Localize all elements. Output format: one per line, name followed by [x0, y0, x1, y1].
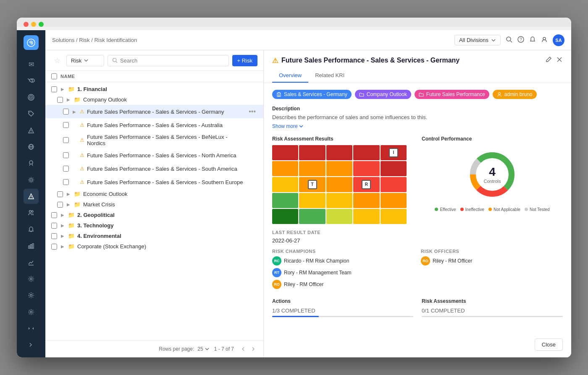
tree-item-market-crisis[interactable]: ▶ 📁 Market Crisis: [45, 199, 263, 210]
show-more-button[interactable]: Show more: [272, 123, 563, 129]
checkbox-southern-europe[interactable]: [63, 179, 69, 185]
sidebar-icon-bell[interactable]: [24, 222, 39, 237]
expand-technology[interactable]: ▶: [60, 223, 66, 229]
filter-select[interactable]: Risk: [66, 55, 104, 66]
minimize-dot[interactable]: [31, 22, 36, 27]
tag-sales-services[interactable]: Sales & Services - Germany: [272, 90, 352, 99]
edit-button[interactable]: [545, 56, 552, 65]
sidebar-icon-settings1[interactable]: [24, 172, 39, 187]
tree-item-economic-outlook[interactable]: ▶ 📁 Economic Outlook: [45, 189, 263, 199]
sidebar-icon-expand[interactable]: [24, 338, 39, 352]
checkbox-corporate[interactable]: [51, 244, 57, 250]
actions-progress-link[interactable]: 1/3 COMPLETED: [272, 307, 315, 314]
tree-item-environmental[interactable]: ▶ 📁 4. Environmental: [45, 231, 263, 241]
tree-item-southern-europe[interactable]: ▶ ⚠ Future Sales Performance - Sales & S…: [45, 175, 263, 189]
user-icon[interactable]: [541, 36, 548, 44]
search-input[interactable]: [120, 57, 224, 64]
tree-item-corporate[interactable]: ▶ 📁 Corporate (Stock Exchange): [45, 241, 263, 252]
tree-item-company-outlook[interactable]: ▶ 📁 Company Outlook: [45, 94, 263, 105]
expand-market-crisis[interactable]: ▶: [66, 202, 71, 208]
help-icon[interactable]: ?: [517, 36, 524, 44]
expand-germany[interactable]: ▶: [71, 109, 77, 115]
sidebar-icon-target[interactable]: [24, 90, 39, 104]
risk-list-panel: ☆ Risk + Risk NAME: [45, 50, 264, 357]
risk-icon-south-america: ⚠: [80, 166, 84, 172]
sidebar-icon-globe[interactable]: [24, 139, 39, 154]
sidebar-icon-mail[interactable]: ✉: [24, 57, 39, 71]
checkbox-geopolitical[interactable]: [51, 212, 57, 218]
avatar-riley-champion: RO: [272, 280, 281, 289]
last-result-section: Last Result Date 2022-06-27: [272, 230, 563, 244]
tree-item-geopolitical[interactable]: ▶ 📁 2. Geopolitical: [45, 210, 263, 220]
select-all-checkbox[interactable]: [51, 73, 57, 79]
close-dot[interactable]: [24, 22, 29, 27]
divisions-select[interactable]: All Divisions: [454, 35, 501, 45]
tree-item-benelux[interactable]: ▶ ⚠ Future Sales Performance - Sales & S…: [45, 132, 263, 148]
matrix-cell-0-0: [272, 145, 298, 160]
sidebar-icon-risk[interactable]: [24, 189, 39, 203]
expand-environmental[interactable]: ▶: [60, 233, 66, 239]
sidebar-icon-infinity[interactable]: [24, 73, 39, 88]
expand-geopolitical[interactable]: ▶: [60, 212, 66, 218]
sidebar-icon-gear2[interactable]: [24, 288, 39, 303]
star-icon[interactable]: ☆: [51, 55, 63, 66]
next-page-btn[interactable]: [249, 345, 257, 353]
legend-dot-effective: [435, 208, 438, 211]
sidebar-icon-linechart[interactable]: [24, 255, 39, 270]
maximize-dot[interactable]: [39, 22, 44, 27]
tab-related-kri[interactable]: Related KRI: [308, 69, 351, 83]
matrix-cell-0-1: [299, 145, 325, 160]
checkbox-financial[interactable]: [51, 86, 57, 92]
sidebar-icon-rocket[interactable]: [24, 156, 39, 171]
search-icon[interactable]: [506, 36, 512, 44]
tab-overview[interactable]: Overview: [272, 69, 308, 83]
label-north-america: Future Sales Performance - Sales & Servi…: [87, 152, 244, 159]
tree-item-financial[interactable]: ▶ 📁 1. Financial: [45, 84, 263, 94]
chart-tag-icon: [419, 92, 424, 97]
more-btn-germany[interactable]: •••: [247, 107, 257, 116]
tree-item-technology[interactable]: ▶ 📁 3. Technology: [45, 220, 263, 231]
sidebar-icon-people[interactable]: [24, 206, 39, 220]
expand-financial[interactable]: ▶: [60, 86, 66, 92]
risk-assessments-progress-link[interactable]: 0/1 COMPLETED: [422, 307, 465, 314]
tree-item-australia[interactable]: ▶ ⚠ Future Sales Performance - Sales & S…: [45, 118, 263, 132]
checkbox-company-outlook[interactable]: [57, 97, 63, 103]
checkbox-market-crisis[interactable]: [57, 202, 63, 208]
checkbox-south-america[interactable]: [63, 166, 69, 172]
checkbox-benelux[interactable]: [63, 137, 69, 143]
prev-page-btn[interactable]: [239, 345, 247, 353]
matrix-cell-3-4: [381, 193, 407, 208]
expand-company-outlook[interactable]: ▶: [66, 97, 71, 103]
expand-corporate[interactable]: ▶: [60, 244, 66, 250]
checkbox-environmental[interactable]: [51, 233, 57, 239]
close-detail-button[interactable]: [556, 56, 563, 65]
sidebar-icon-barchart[interactable]: [24, 239, 39, 253]
close-button[interactable]: Close: [535, 339, 563, 351]
notification-icon[interactable]: [529, 36, 536, 44]
tree-item-germany[interactable]: ▶ ⚠ Future Sales Performance - Sales & S…: [45, 105, 263, 118]
checkbox-economic-outlook[interactable]: [57, 191, 63, 197]
sidebar-icon-gear3[interactable]: [24, 305, 39, 319]
checkbox-north-america[interactable]: [63, 152, 69, 158]
checkbox-germany[interactable]: [63, 109, 69, 115]
description-text: Describes the performance of sales and s…: [272, 113, 563, 122]
control-performance-section: Control Performance: [422, 136, 563, 224]
sidebar-icon-tag[interactable]: [24, 107, 39, 121]
show-more-text: Show more: [272, 123, 298, 129]
tree-item-south-america[interactable]: ▶ ⚠ Future Sales Performance - Sales & S…: [45, 162, 263, 175]
tag-admin[interactable]: admin bruno: [493, 90, 537, 99]
sidebar-icon-collapse[interactable]: [24, 321, 39, 336]
checkbox-australia[interactable]: [63, 122, 69, 128]
add-risk-button[interactable]: + Risk: [232, 55, 257, 66]
checkbox-technology[interactable]: [51, 223, 57, 229]
app-logo[interactable]: [24, 35, 39, 50]
tree-item-north-america[interactable]: ▶ ⚠ Future Sales Performance - Sales & S…: [45, 148, 263, 162]
sidebar-icon-gear1[interactable]: [24, 271, 39, 286]
user-avatar[interactable]: SA: [553, 34, 564, 46]
expand-economic-outlook[interactable]: ▶: [66, 191, 71, 197]
rows-per-page[interactable]: Rows per page: 25: [159, 346, 209, 352]
tag-future-sales[interactable]: Future Sales Performance: [415, 90, 489, 99]
sidebar-icon-alert-triangle[interactable]: [24, 123, 39, 138]
search-box[interactable]: [108, 55, 229, 66]
tag-company-outlook[interactable]: Company Outlook: [355, 90, 411, 99]
